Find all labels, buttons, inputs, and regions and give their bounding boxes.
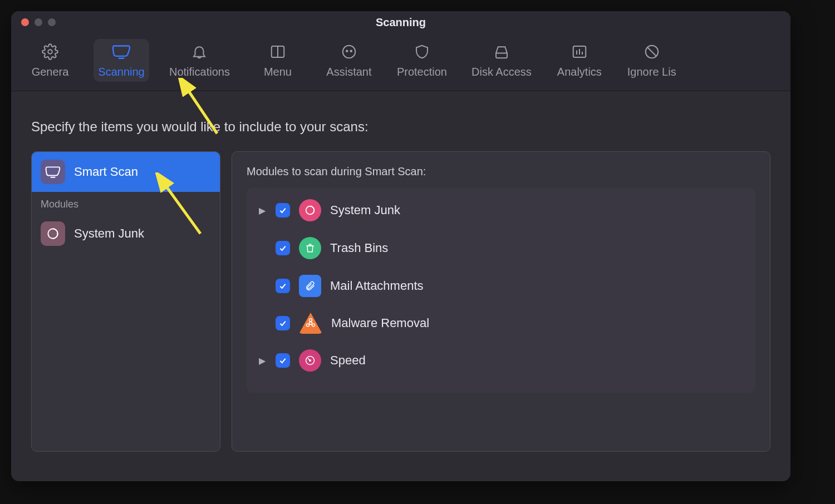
module-row-mail-attachments[interactable]: ▶ Mail Attachments [249, 267, 753, 305]
sidebar-item-smart-scan[interactable]: Smart Scan [32, 152, 220, 192]
bell-icon [190, 42, 209, 61]
svg-point-0 [48, 50, 52, 54]
tab-label: Notifications [169, 66, 230, 78]
tab-label: Protection [397, 66, 447, 78]
module-checkbox[interactable] [276, 203, 290, 218]
sidebar-item-label: Smart Scan [74, 165, 138, 179]
sidebar-item-system-junk[interactable]: System Junk [32, 214, 220, 254]
svg-line-12 [647, 48, 656, 56]
sidebar-section-header: Modules [32, 192, 220, 214]
paperclip-icon [299, 275, 321, 297]
prohibit-icon [642, 42, 661, 61]
svg-point-19 [312, 324, 315, 327]
disclosure-triangle-icon[interactable]: ▶ [258, 355, 267, 366]
svg-point-22 [310, 360, 311, 362]
module-checkbox[interactable] [276, 353, 290, 368]
module-label: Speed [330, 353, 366, 368]
monitor-icon [112, 42, 131, 61]
module-label: Mail Attachments [330, 279, 424, 293]
instruction-text: Specify the items you would like to incl… [31, 119, 770, 135]
svg-point-4 [343, 46, 356, 58]
tab-label: Genera [32, 66, 69, 78]
tab-label: Ignore Lis [627, 66, 676, 78]
panel-title: Modules to scan during Smart Scan: [247, 165, 755, 178]
module-row-malware-removal[interactable]: ▶ Malware Removal [249, 305, 753, 342]
module-row-speed[interactable]: ▶ Speed [249, 342, 753, 379]
svg-point-16 [310, 322, 312, 325]
module-checkbox[interactable] [276, 316, 290, 330]
tab-analytics[interactable]: Analytics [552, 39, 607, 82]
modules-list: ▶ System Junk ▶ Trash Bins ▶ [247, 188, 755, 393]
module-label: System Junk [330, 203, 400, 218]
tab-general[interactable]: Genera [22, 39, 78, 82]
tab-assistant[interactable]: Assistant [321, 39, 377, 82]
swirl-icon [299, 199, 321, 221]
tab-disk-access[interactable]: Disk Access [467, 39, 536, 82]
layout-icon [268, 42, 287, 61]
tab-scanning[interactable]: Scanning [94, 39, 149, 82]
tab-label: Menu [264, 66, 292, 78]
face-icon [340, 42, 358, 61]
monitor-icon [41, 160, 65, 184]
modules-panel: Modules to scan during Smart Scan: ▶ Sys… [232, 151, 770, 452]
sidebar-item-label: System Junk [74, 226, 144, 241]
module-checkbox[interactable] [276, 279, 290, 293]
module-row-trash-bins[interactable]: ▶ Trash Bins [249, 229, 753, 267]
chart-icon [570, 42, 589, 61]
module-label: Trash Bins [330, 241, 388, 255]
svg-point-6 [350, 51, 352, 52]
svg-point-17 [310, 319, 312, 322]
tab-menu[interactable]: Menu [250, 39, 306, 82]
gauge-icon [299, 349, 321, 372]
tab-ignore-list[interactable]: Ignore Lis [623, 39, 681, 82]
svg-point-5 [346, 51, 348, 52]
biohazard-icon [299, 313, 322, 334]
gear-icon [41, 42, 60, 61]
tab-protection[interactable]: Protection [392, 39, 451, 82]
module-row-system-junk[interactable]: ▶ System Junk [249, 191, 753, 229]
svg-point-18 [307, 324, 310, 327]
module-label: Malware Removal [331, 316, 429, 330]
disk-icon [492, 42, 511, 61]
tab-notifications[interactable]: Notifications [165, 39, 234, 82]
trash-icon [299, 237, 321, 259]
disclosure-triangle-icon[interactable]: ▶ [258, 205, 267, 216]
titlebar: Scanning [11, 11, 790, 33]
tab-label: Disk Access [471, 66, 532, 78]
swirl-icon [41, 221, 65, 246]
scan-source-list: Smart Scan Modules System Junk [31, 151, 220, 452]
tab-label: Analytics [557, 66, 602, 78]
module-checkbox[interactable] [276, 241, 290, 255]
window-title: Scanning [11, 16, 790, 29]
shield-icon [412, 42, 431, 61]
tab-label: Assistant [326, 66, 371, 78]
tab-label: Scanning [98, 66, 144, 78]
preferences-toolbar: Genera Scanning Notifications Menu Assis [11, 33, 790, 91]
